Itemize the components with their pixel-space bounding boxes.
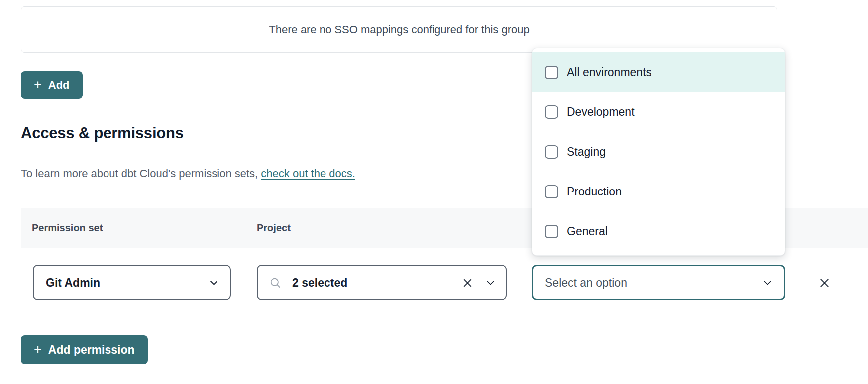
dropdown-option-label: Production <box>567 185 622 198</box>
permission-set-select[interactable]: Git Admin <box>33 265 231 300</box>
chevron-down-icon <box>763 280 772 286</box>
checkbox-unchecked-icon[interactable] <box>545 185 558 198</box>
dropdown-option-label: All environments <box>567 66 651 79</box>
environment-dropdown-menu: All environments Development Staging Pro… <box>532 48 785 256</box>
chevron-down-icon <box>210 280 218 286</box>
clear-selection-icon[interactable] <box>462 277 473 288</box>
project-multiselect[interactable]: 2 selected <box>257 265 507 300</box>
description-text: To learn more about dbt Cloud's permissi… <box>21 167 261 180</box>
dropdown-option-label: General <box>567 225 608 238</box>
sso-mappings-empty-state: There are no SSO mappings configured for… <box>21 6 777 53</box>
docs-link[interactable]: check out the docs. <box>261 167 355 180</box>
add-button-label: Add <box>48 79 70 92</box>
checkbox-unchecked-icon[interactable] <box>545 225 558 238</box>
column-header-permission-set: Permission set <box>32 222 103 234</box>
column-header-project: Project <box>257 222 291 234</box>
dropdown-option-all-environments[interactable]: All environments <box>532 52 785 92</box>
group-settings-page: There are no SSO mappings configured for… <box>0 0 868 384</box>
dropdown-option-development[interactable]: Development <box>532 92 785 132</box>
section-description: To learn more about dbt Cloud's permissi… <box>21 167 355 180</box>
permission-set-value: Git Admin <box>46 276 100 289</box>
dropdown-option-label: Development <box>567 105 635 119</box>
plus-icon: + <box>34 343 42 356</box>
add-permission-button[interactable]: + Add permission <box>21 335 148 364</box>
project-selection-value: 2 selected <box>292 276 347 289</box>
page-title: Access & permissions <box>21 124 184 142</box>
remove-permission-row-button[interactable] <box>814 273 834 292</box>
sso-empty-message: There are no SSO mappings configured for… <box>269 23 529 36</box>
dropdown-option-staging[interactable]: Staging <box>532 132 785 172</box>
add-permission-label: Add permission <box>48 343 135 357</box>
checkbox-unchecked-icon[interactable] <box>545 66 558 79</box>
search-icon <box>269 276 282 289</box>
chevron-down-icon <box>486 280 495 286</box>
row-divider <box>21 322 868 322</box>
checkbox-unchecked-icon[interactable] <box>545 105 558 119</box>
environment-select-placeholder: Select an option <box>545 276 627 289</box>
dropdown-option-label: Staging <box>567 145 606 159</box>
add-sso-mapping-button[interactable]: + Add <box>21 71 83 99</box>
dropdown-option-production[interactable]: Production <box>532 172 785 211</box>
environment-select[interactable]: Select an option <box>532 265 785 300</box>
close-icon <box>818 277 831 289</box>
dropdown-option-general[interactable]: General <box>532 211 785 251</box>
checkbox-unchecked-icon[interactable] <box>545 145 558 159</box>
plus-icon: + <box>34 78 42 92</box>
